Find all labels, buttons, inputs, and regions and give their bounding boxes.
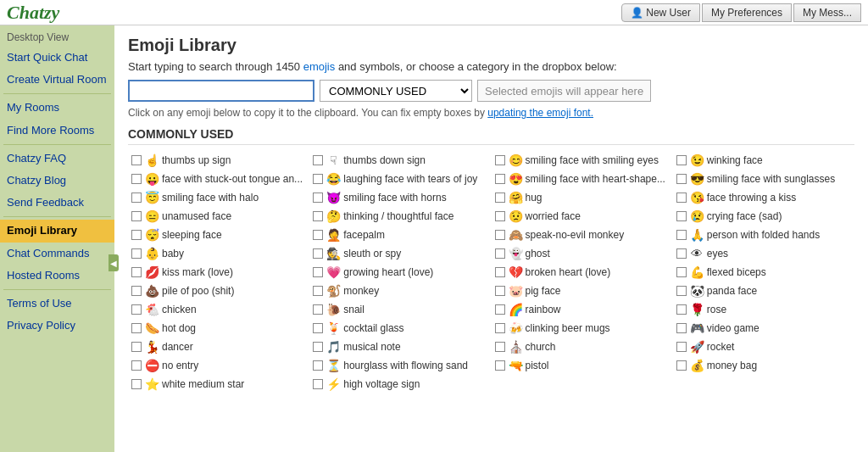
emoji-label: broken heart (love) bbox=[526, 266, 611, 278]
emoji-item[interactable]: 🐒 monkey bbox=[309, 282, 491, 299]
sidebar-item-chatzy-blog[interactable]: Chatzy Blog bbox=[0, 170, 114, 192]
emoji-item[interactable]: 🎵 musical note bbox=[309, 338, 491, 355]
emoji-item[interactable]: 🍻 clinking beer mugs bbox=[492, 320, 673, 337]
sidebar-item-privacy-policy[interactable]: Privacy Policy bbox=[0, 315, 114, 337]
emoji-item[interactable]: 😛 face with stuck-out tongue an... bbox=[128, 170, 309, 187]
emoji-item[interactable]: 💃 dancer bbox=[128, 338, 309, 355]
update-font-link[interactable]: updating the emoji font. bbox=[487, 107, 593, 119]
emoji-item[interactable]: ☝ thumbs up sign bbox=[128, 152, 309, 169]
new-user-button[interactable]: 👤 New User bbox=[621, 3, 700, 22]
emoji-checkbox bbox=[313, 342, 323, 352]
emoji-item[interactable]: ⭐ white medium star bbox=[128, 376, 309, 393]
emoji-checkbox bbox=[495, 286, 505, 296]
emoji-item[interactable]: 🤔 thinking / thoughtful face bbox=[309, 208, 491, 225]
emoji-item[interactable]: 💪 flexed biceps bbox=[673, 264, 854, 281]
emoji-item[interactable]: 🤦 facepalm bbox=[309, 226, 491, 243]
emoji-symbol: 😛 bbox=[145, 172, 159, 186]
emoji-item[interactable]: 💩 pile of poo (shit) bbox=[128, 282, 309, 299]
my-messages-button[interactable]: My Mess... bbox=[793, 3, 861, 22]
emoji-item[interactable]: 😴 sleeping face bbox=[128, 226, 309, 243]
sidebar-collapse-arrow[interactable]: ◀ bbox=[108, 254, 119, 271]
emoji-item[interactable]: 😑 unamused face bbox=[128, 208, 309, 225]
emoji-item[interactable]: 😎 smiling face with sunglasses bbox=[673, 170, 854, 187]
emoji-label: panda face bbox=[707, 285, 757, 297]
emoji-item[interactable]: 😍 smiling face with heart-shape... bbox=[492, 170, 673, 187]
user-icon: 👤 bbox=[631, 7, 643, 19]
emoji-item[interactable]: 🚀 rocket bbox=[673, 338, 854, 355]
emoji-item[interactable]: ⏳ hourglass with flowing sand bbox=[309, 357, 491, 374]
sidebar-item-chat-commands[interactable]: Chat Commands bbox=[0, 243, 114, 265]
emoji-item[interactable]: 🤗 hug bbox=[492, 189, 673, 206]
sidebar-item-my-rooms[interactable]: My Rooms bbox=[0, 97, 114, 119]
emoji-symbol: 😈 bbox=[326, 191, 340, 204]
emoji-item[interactable]: 🐷 pig face bbox=[492, 282, 673, 299]
sidebar-item-start-quick-chat[interactable]: Start Quick Chat bbox=[0, 47, 114, 69]
emoji-symbol: 💋 bbox=[145, 265, 159, 279]
emoji-symbol: 💪 bbox=[690, 265, 704, 279]
my-preferences-button[interactable]: My Preferences bbox=[702, 3, 792, 22]
emoji-symbol: 🐔 bbox=[145, 303, 159, 316]
emoji-label: speak-no-evil monkey bbox=[526, 229, 625, 241]
sidebar-item-send-feedback[interactable]: Send Feedback bbox=[0, 192, 114, 214]
sidebar-item-hosted-rooms[interactable]: Hosted Rooms bbox=[0, 265, 114, 287]
sidebar: Desktop View Start Quick Chat Create Vir… bbox=[0, 25, 114, 452]
emoji-item[interactable]: 🐌 snail bbox=[309, 301, 491, 318]
emoji-item[interactable]: 🐔 chicken bbox=[128, 301, 309, 318]
emoji-item[interactable]: ☟ thumbs down sign bbox=[309, 152, 491, 169]
emoji-item[interactable]: 🌭 hot dog bbox=[128, 320, 309, 337]
emoji-symbol: 👶 bbox=[145, 247, 159, 260]
sidebar-item-terms-of-use[interactable]: Terms of Use bbox=[0, 293, 114, 315]
emoji-checkbox bbox=[676, 211, 687, 221]
emoji-item[interactable]: 💗 growing heart (love) bbox=[309, 264, 491, 281]
emoji-item[interactable]: ⚡ high voltage sign bbox=[309, 376, 491, 393]
emoji-item[interactable]: 🌹 rose bbox=[673, 301, 854, 318]
emoji-item[interactable]: 😂 laughing face with tears of joy bbox=[309, 170, 491, 187]
emoji-symbol: 🌈 bbox=[509, 303, 522, 316]
emoji-item[interactable]: 🌈 rainbow bbox=[492, 301, 673, 318]
emoji-checkbox bbox=[131, 323, 142, 333]
emoji-item[interactable]: 💰 money bag bbox=[673, 357, 854, 374]
sidebar-item-emoji-library[interactable]: Emoji Library bbox=[0, 220, 114, 242]
emoji-item[interactable]: 👶 baby bbox=[128, 245, 309, 262]
search-input[interactable] bbox=[128, 80, 314, 102]
emoji-checkbox bbox=[676, 193, 687, 203]
emoji-label: money bag bbox=[707, 360, 757, 371]
emoji-item[interactable]: 😘 face throwing a kiss bbox=[673, 189, 854, 206]
sidebar-divider-4 bbox=[3, 289, 111, 290]
emoji-item[interactable]: 🐼 panda face bbox=[673, 282, 854, 299]
emoji-item[interactable]: 🙈 speak-no-evil monkey bbox=[492, 226, 673, 243]
emoji-symbol: 🍻 bbox=[509, 321, 522, 335]
sidebar-item-create-virtual-room[interactable]: Create Virtual Room bbox=[0, 69, 114, 91]
emoji-label: smiling face with horns bbox=[343, 192, 446, 204]
sidebar-item-find-more-rooms[interactable]: Find More Rooms bbox=[0, 120, 114, 142]
emoji-item[interactable]: 😊 smiling face with smiling eyes bbox=[492, 152, 673, 169]
emojis-link[interactable]: emojis bbox=[303, 60, 336, 73]
emoji-item[interactable]: 🍹 cocktail glass bbox=[309, 320, 491, 337]
emoji-label: pistol bbox=[526, 360, 549, 371]
emoji-item[interactable]: 👁 eyes bbox=[673, 245, 854, 262]
emoji-item[interactable]: 😟 worried face bbox=[492, 208, 673, 225]
emoji-symbol: ⏳ bbox=[326, 359, 340, 372]
emoji-checkbox bbox=[313, 304, 323, 315]
emoji-checkbox bbox=[676, 342, 687, 352]
emoji-item[interactable]: 🎮 video game bbox=[673, 320, 854, 337]
emoji-checkbox bbox=[495, 230, 505, 240]
category-select[interactable]: COMMONLY USED Smileys & People Animals &… bbox=[320, 80, 472, 102]
emoji-item[interactable]: 😇 smiling face with halo bbox=[128, 189, 309, 206]
emoji-checkbox bbox=[313, 286, 323, 296]
emoji-item[interactable]: 💔 broken heart (love) bbox=[492, 264, 673, 281]
emoji-item[interactable]: 😢 crying face (sad) bbox=[673, 208, 854, 225]
emoji-label: baby bbox=[162, 248, 184, 259]
emoji-item[interactable]: 🙏 person with folded hands bbox=[673, 226, 854, 243]
emoji-item[interactable]: 💋 kiss mark (love) bbox=[128, 264, 309, 281]
emoji-label: sleuth or spy bbox=[343, 248, 401, 259]
emoji-item[interactable]: 👻 ghost bbox=[492, 245, 673, 262]
emoji-item[interactable]: 😉 winking face bbox=[673, 152, 854, 169]
sidebar-item-chatzy-faq[interactable]: Chatzy FAQ bbox=[0, 148, 114, 170]
emoji-label: musical note bbox=[343, 341, 400, 353]
emoji-item[interactable]: ⛔ no entry bbox=[128, 357, 309, 374]
emoji-item[interactable]: 😈 smiling face with horns bbox=[309, 189, 491, 206]
emoji-item[interactable]: 🕵 sleuth or spy bbox=[309, 245, 491, 262]
emoji-item[interactable]: ⛪ church bbox=[492, 338, 673, 355]
emoji-item[interactable]: 🔫 pistol bbox=[492, 357, 673, 374]
